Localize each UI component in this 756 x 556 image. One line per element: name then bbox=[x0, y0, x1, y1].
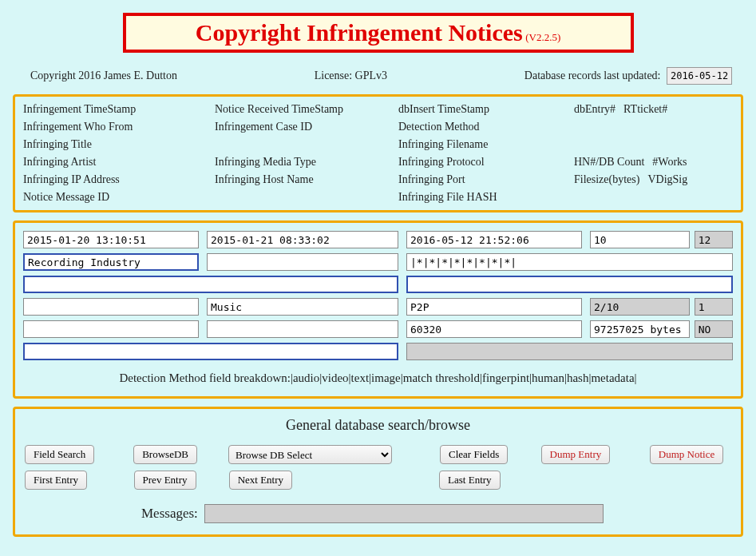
title-banner: Copyright Infringement Notices (V2.2.5) bbox=[123, 13, 634, 53]
app-version: (V2.2.5) bbox=[525, 31, 560, 43]
db-updated-label: Database records last updated: bbox=[524, 70, 661, 81]
license-text: License: GPLv3 bbox=[315, 70, 387, 82]
db-entry-input[interactable] bbox=[590, 231, 690, 248]
label-protocol: Infringing Protocol bbox=[398, 156, 574, 169]
next-entry-button[interactable]: Next Entry bbox=[229, 471, 292, 490]
label-dbinsert-ts: dbInsert TimeStamp bbox=[398, 103, 574, 116]
label-detection-method: Detection Method bbox=[398, 121, 574, 133]
label-port: Infringing Port bbox=[398, 173, 574, 186]
detection-method-input[interactable] bbox=[406, 253, 733, 271]
browse-db-button[interactable]: BrowseDB bbox=[133, 445, 197, 464]
title-input[interactable] bbox=[23, 276, 398, 293]
artist-input[interactable] bbox=[23, 298, 199, 316]
label-filename: Infringing Filename bbox=[398, 138, 574, 151]
dump-notice-button[interactable]: Dump Notice bbox=[650, 445, 723, 464]
label-case-id: Infringement Case ID bbox=[215, 121, 398, 133]
works-input bbox=[695, 298, 733, 316]
search-panel: General database search/browse Field Sea… bbox=[13, 407, 743, 537]
search-title: General database search/browse bbox=[22, 417, 734, 434]
who-from-input[interactable] bbox=[23, 253, 199, 271]
label-message-id: Notice Message ID bbox=[23, 191, 215, 204]
label-hostname: Infringing Host Name bbox=[215, 173, 398, 186]
label-filesize: Filesize(bytes) bbox=[574, 173, 639, 186]
filesize-input[interactable] bbox=[590, 320, 690, 338]
field-search-button[interactable]: Field Search bbox=[25, 445, 94, 464]
hostname-input[interactable] bbox=[207, 320, 398, 338]
inputs-panel: Detection Method field breakdown:|audio|… bbox=[13, 220, 743, 399]
dbinsert-ts-input[interactable] bbox=[406, 231, 582, 248]
case-id-input[interactable] bbox=[207, 253, 398, 271]
prev-entry-button[interactable]: Prev Entry bbox=[134, 471, 196, 490]
ip-input[interactable] bbox=[23, 320, 199, 338]
label-vdigsig: VDigSig bbox=[647, 173, 687, 186]
label-ip: Infringing IP Address bbox=[23, 173, 215, 186]
info-row: Copyright 2016 James E. Dutton License: … bbox=[10, 62, 746, 94]
dump-entry-button[interactable]: Dump Entry bbox=[541, 445, 611, 464]
rt-ticket-input bbox=[695, 231, 733, 248]
media-type-input[interactable] bbox=[207, 298, 398, 316]
port-input[interactable] bbox=[406, 320, 582, 338]
first-entry-button[interactable]: First Entry bbox=[25, 471, 87, 490]
last-entry-button[interactable]: Last Entry bbox=[439, 471, 501, 490]
vdigsig-input bbox=[695, 320, 733, 338]
file-hash-input bbox=[406, 343, 733, 360]
label-infringement-ts: Infringement TimeStamp bbox=[23, 103, 215, 116]
label-title: Infringing Title bbox=[23, 138, 215, 151]
label-who-from: Infringement Who From bbox=[23, 121, 215, 133]
db-updated-value bbox=[667, 67, 732, 85]
hn-db-count-input bbox=[590, 298, 690, 316]
db-updated: Database records last updated: bbox=[524, 67, 732, 85]
copyright-text: Copyright 2016 James E. Dutton bbox=[30, 70, 177, 82]
label-notice-ts: Notice Received TimeStamp bbox=[215, 103, 398, 116]
label-artist: Infringing Artist bbox=[23, 156, 215, 169]
protocol-input[interactable] bbox=[406, 298, 582, 316]
label-hn-db-count: HN#/DB Count bbox=[574, 156, 644, 169]
label-works: #Works bbox=[652, 156, 687, 169]
clear-fields-button[interactable]: Clear Fields bbox=[440, 445, 508, 464]
messages-output bbox=[204, 504, 604, 523]
messages-label: Messages: bbox=[141, 506, 198, 522]
label-media-type: Infringing Media Type bbox=[215, 156, 398, 169]
browse-db-select[interactable]: Browse DB Select bbox=[228, 445, 392, 464]
label-file-hash: Infringing File HASH bbox=[398, 191, 574, 204]
filename-input[interactable] bbox=[406, 276, 733, 293]
infringement-ts-input[interactable] bbox=[23, 231, 199, 248]
labels-panel: Infringement TimeStamp Notice Received T… bbox=[13, 94, 743, 212]
notice-ts-input[interactable] bbox=[207, 231, 398, 248]
message-id-input[interactable] bbox=[23, 343, 398, 360]
detection-breakdown: Detection Method field breakdown:|audio|… bbox=[23, 371, 733, 385]
label-db-entry: dbEntry# bbox=[574, 103, 615, 116]
app-title: Copyright Infringement Notices bbox=[196, 19, 523, 46]
label-rt-ticket: RTticket# bbox=[623, 103, 667, 116]
